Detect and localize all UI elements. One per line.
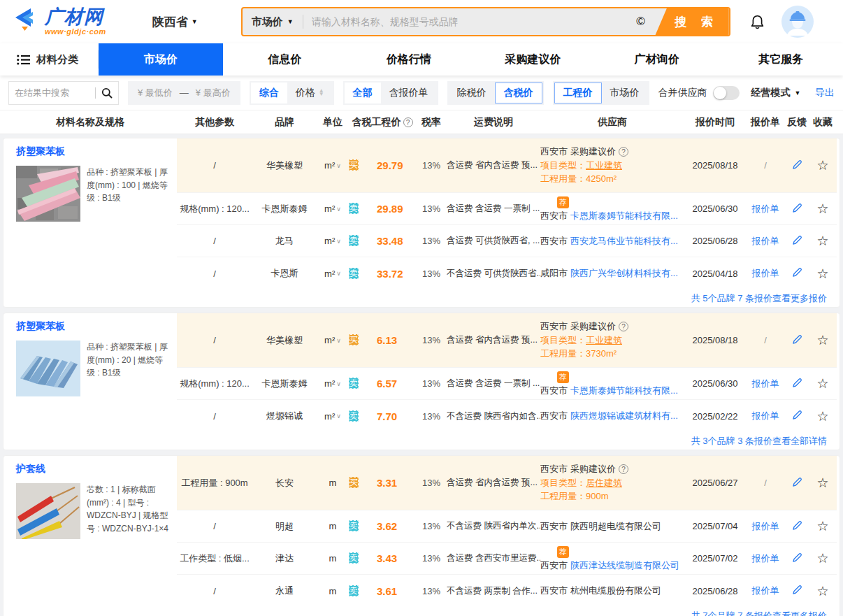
user-avatar[interactable] (781, 6, 814, 38)
unit-dropdown[interactable]: m²∨ (317, 378, 349, 389)
price-range-filter[interactable]: ¥ 最低价 — ¥ 最高价 (128, 81, 240, 105)
feedback-edit-icon[interactable] (785, 477, 809, 489)
feedback-edit-icon[interactable] (785, 159, 809, 172)
favorite-star-icon[interactable]: ☆ (809, 410, 837, 423)
supplier-name[interactable]: 陕西广兴华创材料科技有... (570, 266, 678, 280)
product-image[interactable] (16, 483, 80, 539)
quote-all-option[interactable]: 全部 (345, 83, 381, 103)
feedback-edit-icon[interactable] (785, 410, 809, 422)
feedback-edit-icon[interactable] (785, 378, 809, 390)
favorite-star-icon[interactable]: ☆ (809, 159, 837, 172)
nav-tab[interactable]: 广材询价 (595, 43, 719, 76)
quote-sheet-link[interactable]: 报价单 (752, 203, 779, 214)
quote-sheet-link[interactable]: 报价单 (752, 268, 779, 278)
results-search-input[interactable] (9, 87, 95, 98)
more-quotes-link[interactable]: 共 7个品牌 7 条报价查看更多报价 (177, 607, 837, 616)
favorite-star-icon[interactable]: ☆ (809, 585, 837, 598)
feedback-edit-icon[interactable] (785, 235, 809, 248)
feedback-edit-icon[interactable] (785, 520, 809, 533)
merge-supplier-switch[interactable] (713, 86, 740, 100)
help-icon[interactable]: ? (619, 322, 628, 331)
quote-sheet-link[interactable]: 报价单 (752, 521, 779, 531)
nav-tab[interactable]: 其它服务 (719, 43, 843, 76)
favorite-star-icon[interactable]: ☆ (809, 334, 837, 347)
nav-tab[interactable]: 采购建议价 (471, 43, 596, 76)
help-icon[interactable]: ? (619, 147, 628, 157)
sort-comprehensive[interactable]: 综合 (251, 83, 287, 103)
favorite-star-icon[interactable]: ☆ (809, 234, 837, 248)
nav-tab[interactable]: 价格行情 (347, 43, 471, 76)
min-price-field[interactable]: ¥ 最低价 (138, 87, 173, 99)
search-icon[interactable] (96, 87, 118, 99)
site-logo[interactable]: 广材网 www·gldjc·com (10, 6, 106, 37)
export-link[interactable]: 导出 (815, 87, 835, 99)
tax-excluded-option[interactable]: 除税价 (449, 83, 495, 103)
search-category-dropdown[interactable]: 市场价 ▼ (243, 15, 303, 29)
favorite-star-icon[interactable]: ☆ (809, 202, 837, 215)
project-price-option[interactable]: 工程价 (554, 83, 602, 103)
sort-price[interactable]: 价格 ▲▼ (287, 83, 333, 103)
notification-bell-icon[interactable] (750, 14, 765, 30)
product-title-link[interactable]: 挤塑聚苯板 (16, 320, 173, 333)
product-image[interactable] (16, 341, 80, 396)
quote-sheet-link[interactable]: 报价单 (752, 553, 779, 564)
nav-tab[interactable]: 信息价 (223, 43, 347, 76)
tax-toggle: 除税价 含税价 (447, 81, 544, 105)
supplier-name[interactable]: 卡恩斯泰姆节能科技有限... (570, 209, 678, 223)
product-image[interactable] (16, 166, 80, 222)
favorite-star-icon[interactable]: ☆ (809, 267, 837, 280)
feedback-edit-icon[interactable] (785, 334, 809, 347)
help-icon[interactable]: ? (619, 464, 628, 474)
material-catalog-button[interactable]: 材料分类 (0, 43, 98, 76)
quote-row: /华美橡塑m²∨买6.1313%含运费 省内含运费 预...西安市采购建议价?项… (177, 313, 837, 368)
unit-dropdown[interactable]: m²∨ (317, 335, 349, 345)
detail-value[interactable]: 居住建筑 (586, 478, 622, 488)
col-tax-rate: 税率 (416, 116, 447, 129)
detail-value[interactable]: 工业建筑 (586, 335, 622, 345)
product-title-link[interactable]: 护套线 (16, 463, 173, 475)
max-price-field[interactable]: ¥ 最高价 (196, 87, 231, 99)
feedback-edit-icon[interactable] (785, 585, 809, 597)
detail-value[interactable]: 工业建筑 (586, 160, 622, 171)
quote-sheet-link[interactable]: 报价单 (752, 585, 779, 596)
quote-sheet-link[interactable]: 报价单 (752, 378, 779, 389)
more-quotes-link[interactable]: 共 5个品牌 7 条报价查看更多报价 (177, 289, 837, 307)
favorite-star-icon[interactable]: ☆ (809, 377, 837, 390)
price-value: 6.13 (367, 334, 416, 346)
brand: 华美橡塑 (252, 159, 317, 172)
favorite-star-icon[interactable]: ☆ (809, 520, 837, 533)
supplier-name[interactable]: 卡恩斯泰姆节能科技有限... (570, 384, 678, 398)
quote-with-sheet-option[interactable]: 含报价单 (381, 83, 437, 103)
market-price-option[interactable]: 市场价 (602, 83, 648, 103)
region-selector[interactable]: 陕西省 ▼ (152, 14, 198, 30)
tax-included-option[interactable]: 含税价 (495, 83, 542, 103)
buy-badge: 买 (349, 334, 359, 345)
business-mode-dropdown[interactable]: 经营模式 ▼ (751, 87, 801, 99)
favorite-star-icon[interactable]: ☆ (809, 476, 837, 489)
unit-dropdown[interactable]: m²∨ (317, 203, 349, 214)
more-quotes-link[interactable]: 共 3个品牌 3 条报价查看全部详情 (177, 432, 837, 450)
sell-badge: 卖 (349, 552, 359, 564)
table-header: 材料名称及规格 其他参数 品牌 单位 含税工程价 ? 税率 运费说明 供应商 报… (0, 110, 843, 134)
unit-dropdown[interactable]: m²∨ (317, 160, 349, 171)
supplier-name[interactable]: 西安龙马伟业节能科技有... (570, 234, 678, 248)
chevron-down-icon: ∨ (336, 270, 341, 277)
quote-sheet-link[interactable]: 报价单 (752, 236, 779, 246)
feedback-edit-icon[interactable] (785, 203, 809, 215)
supplier-name[interactable]: 陕西津达线缆制造有限公司 (570, 559, 679, 573)
search-input[interactable] (303, 8, 637, 35)
unit-dropdown[interactable]: m²∨ (317, 236, 349, 246)
help-icon[interactable]: ? (403, 117, 413, 127)
product-title-link[interactable]: 挤塑聚苯板 (16, 145, 173, 158)
image-search-icon[interactable]: © (636, 15, 645, 29)
feedback-edit-icon[interactable] (785, 267, 809, 280)
product-body: 品种 : 挤塑聚苯板 | 厚度(mm) : 20 | 燃烧等级 : B1级 (16, 341, 173, 396)
unit-dropdown[interactable]: m²∨ (317, 268, 349, 279)
nav-tab[interactable]: 市场价 (99, 43, 223, 76)
unit-dropdown[interactable]: m²∨ (317, 411, 349, 422)
feedback-edit-icon[interactable] (785, 552, 809, 565)
search-button[interactable]: 搜 索 (655, 7, 729, 36)
favorite-star-icon[interactable]: ☆ (809, 552, 837, 565)
quote-sheet-link[interactable]: 报价单 (752, 410, 779, 421)
supplier-name[interactable]: 陕西煜塬锦诚建筑材料有... (570, 409, 678, 423)
